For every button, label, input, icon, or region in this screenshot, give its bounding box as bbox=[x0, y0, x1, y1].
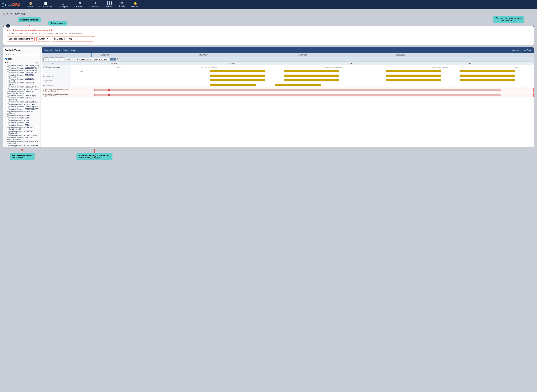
track-checkbox[interactable] bbox=[7, 137, 9, 140]
zoom-in-btn[interactable]: + bbox=[60, 57, 64, 61]
nav-visualization[interactable]: ⊞ Visualization bbox=[71, 0, 88, 9]
nav-home[interactable]: 🏠 Home bbox=[25, 0, 36, 9]
track-checkbox[interactable] bbox=[7, 127, 9, 129]
track-list-item[interactable]: Condition-dependent-GSE121952 [HepG2] bbox=[5, 82, 39, 86]
track-checkbox[interactable] bbox=[7, 134, 9, 136]
track-checkbox[interactable] bbox=[7, 145, 9, 147]
track-list-item[interactable]: Condition-dependent-GSE113171 [HeLa] bbox=[5, 72, 39, 74]
nav-feedback[interactable]: 🔔 Feedback bbox=[128, 0, 143, 9]
jbrowse-genome[interactable]: Genome bbox=[44, 49, 52, 51]
track-checkbox[interactable] bbox=[7, 103, 9, 105]
jbrowse-help[interactable]: Help bbox=[71, 49, 75, 51]
go-button[interactable]: Go bbox=[110, 58, 116, 61]
track-list-item[interactable]: Condition-dependent-GSE6... bbox=[5, 119, 39, 121]
available-tracks-title: Available Tracks bbox=[5, 49, 39, 51]
gff3-label: GFF3 bbox=[8, 58, 13, 60]
track-list-item[interactable]: Condition-dependent-GSE77315 [MDA-parent… bbox=[5, 144, 39, 147]
track-list-item[interactable]: Condition-dependent-GSE6... bbox=[5, 121, 39, 124]
gff3-checkbox[interactable] bbox=[5, 58, 7, 60]
track-list-item[interactable]: Condition-dependent-GSE69047 [myeloma] bbox=[5, 130, 39, 134]
track-checkbox[interactable] bbox=[7, 67, 9, 69]
track-checkbox[interactable] bbox=[7, 83, 9, 85]
nav-statistics[interactable]: ▐▐▐ Statistics bbox=[102, 0, 116, 9]
chr-select[interactable]: chr1 bbox=[65, 58, 79, 61]
nav-ribo-circrna[interactable]: 📄 Ribo-circRNA ▾ bbox=[36, 0, 55, 9]
nav-circ-peptide[interactable]: △ Circ-peptide bbox=[55, 0, 71, 9]
track-checkbox[interactable] bbox=[7, 88, 9, 90]
track-checkbox[interactable] bbox=[7, 117, 9, 119]
track-checkbox[interactable] bbox=[7, 141, 9, 144]
forward-btn[interactable]: → bbox=[49, 57, 54, 61]
track-checkbox[interactable] bbox=[7, 122, 9, 124]
track-list-item[interactable]: Condition-dependent-GSE106483 [Huh7] bbox=[5, 67, 39, 69]
zoom-out-btn[interactable]: − bbox=[55, 57, 59, 61]
track-checkbox[interactable] bbox=[7, 95, 9, 97]
nav-download[interactable]: ⬇ Download bbox=[88, 0, 102, 9]
track-checkbox[interactable] bbox=[7, 111, 9, 113]
track-checkbox[interactable] bbox=[7, 124, 9, 126]
ruler-50m: 50,000,000 bbox=[101, 54, 109, 56]
gff3-bar-1b bbox=[284, 70, 339, 72]
filter-tracks-input[interactable] bbox=[5, 53, 39, 56]
track-checkbox[interactable] bbox=[7, 79, 9, 81]
track-checkbox[interactable] bbox=[7, 101, 9, 103]
jbrowse-track[interactable]: Track bbox=[55, 49, 60, 51]
track-list-item[interactable]: Condition-dependent-GSE56924 [U2OS] bbox=[5, 106, 39, 108]
track-list-item[interactable]: Condition-dependent-GSE77292 [CN34-paren… bbox=[5, 140, 39, 144]
track-label: Condition-dependent-GSE121952 [HepG2] bbox=[9, 82, 39, 85]
jbrowse-nav: Genome Track View Help Human ∞∞ Share bbox=[42, 47, 534, 53]
track-checkbox[interactable] bbox=[7, 131, 9, 133]
track-list-item[interactable]: Condition-dependent-GSE133111 [A549] bbox=[5, 88, 39, 91]
track-list-item[interactable]: Condition-dependent-GSE51584 [U2OS] bbox=[5, 103, 39, 106]
track-list-item[interactable]: Condition-dependent-GSE125086 [HeLa] bbox=[5, 86, 39, 88]
track-checkbox[interactable] bbox=[7, 119, 9, 121]
track-checkbox[interactable] bbox=[7, 75, 9, 77]
gff3-bar-2c bbox=[386, 75, 441, 77]
track-list-item[interactable]: Condition-dependent-GSE6... bbox=[5, 117, 39, 119]
logo[interactable]: ●●●● riboCIRC bbox=[2, 2, 20, 7]
nav-tutorial[interactable]: ≡ Tutorial bbox=[116, 0, 128, 9]
track-list-item[interactable]: Condition-dependent-GSE42509 [BJ] bbox=[5, 94, 39, 97]
track-checkbox[interactable] bbox=[7, 86, 9, 88]
track-list-item[interactable]: Condition-dependent-GSE59820 [Kidney] bbox=[5, 110, 39, 114]
datasets-dot bbox=[21, 149, 23, 151]
gff3-bar-1a bbox=[210, 70, 265, 72]
track-list-item[interactable]: Condition-dependent-GSE65912 [lymphoblas… bbox=[5, 126, 39, 130]
highlighted-label-2: Condition-Independent-SRA198298 [lymphob… bbox=[42, 93, 71, 97]
track-label: Condition-dependent-GSE133111 [A549] bbox=[9, 89, 39, 90]
track-list-item[interactable]: Condition-dependent-GSE70211 [HEK293T-Re… bbox=[5, 136, 39, 140]
track-label: Condition-dependent-GSE59819 [U2OS] bbox=[9, 108, 39, 110]
track-list-item[interactable]: Condition-dependent-GSE62... bbox=[5, 114, 39, 117]
track-checkbox[interactable] bbox=[7, 106, 9, 108]
track-list-item[interactable]: Condition-dependent-GSE48785 [myeloma] bbox=[5, 97, 39, 101]
circrna-id-input[interactable] bbox=[52, 36, 94, 42]
fine-0: 0 bbox=[52, 62, 53, 64]
track-checkbox[interactable] bbox=[7, 98, 9, 100]
track-label: Condition-dependent-GSE6... bbox=[9, 124, 31, 126]
track-checkbox[interactable] bbox=[7, 69, 9, 71]
track-list-item[interactable]: Condition-dependent-GSE59819 [U2OS] bbox=[5, 108, 39, 110]
species-select[interactable]: Human Mouse Rat bbox=[37, 36, 50, 42]
gse-section-header[interactable]: ▼ GSE 162 bbox=[5, 62, 39, 64]
location-input[interactable] bbox=[80, 58, 109, 61]
gff3-bar-3d bbox=[459, 79, 515, 81]
jbrowse-view[interactable]: View bbox=[63, 49, 68, 51]
track-list-item[interactable]: Condition-dependent-GSE112085 [H9] bbox=[5, 69, 39, 72]
condition-select[interactable]: Condition-independent Condition-dependen… bbox=[7, 36, 35, 42]
track-label: Condition-dependent-GSE118239 [HEK293T] bbox=[9, 74, 39, 78]
track-list-item[interactable]: Condition-dependent-GSE69602 [Huh7] bbox=[5, 134, 39, 136]
track-checkbox[interactable] bbox=[7, 65, 9, 67]
track-list-item[interactable]: Condition-dependent-GSE41605 [foreskin f… bbox=[5, 91, 39, 94]
track-checkbox[interactable] bbox=[7, 72, 9, 74]
track-checkbox[interactable] bbox=[7, 92, 9, 93]
track-list-item[interactable]: Condition-dependent-GSE101760 [A549] bbox=[5, 64, 39, 67]
bookmark-icon[interactable]: 🔖 bbox=[117, 58, 120, 61]
track-list-item[interactable]: Condition-dependent-GSE6... bbox=[5, 124, 39, 126]
jbrowse-share[interactable]: ∞∞ Share bbox=[524, 49, 532, 51]
track-list-item[interactable]: Condition-dependent-GSE118239 [HEK293T] bbox=[5, 74, 39, 78]
track-checkbox[interactable] bbox=[7, 108, 9, 110]
track-list-item[interactable]: Condition-dependent-GSE49339 [HeLa] bbox=[5, 101, 39, 103]
track-checkbox[interactable] bbox=[7, 114, 9, 117]
back-btn[interactable]: ← bbox=[43, 57, 48, 61]
track-list-item[interactable]: Condition-dependent-GSE121391 [U2OS] bbox=[5, 78, 39, 82]
